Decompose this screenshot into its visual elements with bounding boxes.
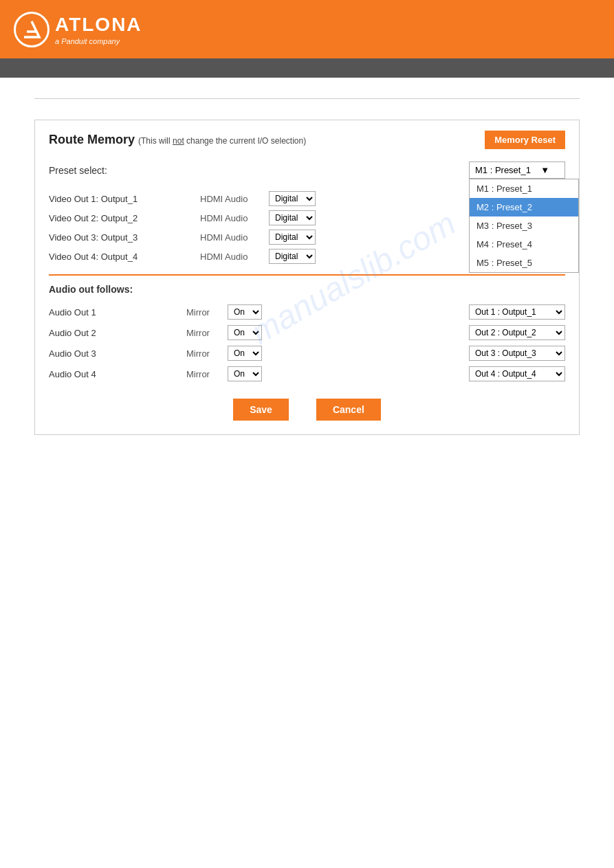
preset-option-m2[interactable]: M2 : Preset_2 [470, 198, 578, 216]
preset-select-box[interactable]: M1 : Preset_1 ▼ [469, 162, 565, 179]
audio-out-1-mirror-select[interactable]: On Off [228, 304, 262, 320]
video-out-3-label: Video Out 3: Output_3 [49, 232, 200, 243]
top-divider [34, 98, 580, 99]
audio-out-4-mirror-select[interactable]: On Off [228, 366, 262, 381]
audio-out-3-label: Audio Out 3 [49, 348, 186, 359]
orange-divider [49, 274, 565, 276]
audio-out-4-output-select[interactable]: Out 1 : Output_1 Out 2 : Output_2 Out 3 … [469, 366, 565, 381]
panel-title: Route Memory (This will not change the c… [49, 133, 306, 147]
video-out-1-audio-label: HDMI Audio [200, 194, 269, 204]
video-out-1-audio-select[interactable]: Digital Analog [269, 191, 316, 206]
video-out-2-label: Video Out 2: Output_2 [49, 213, 200, 223]
audio-row-4: Audio Out 4 Mirror On Off Out 1 : Output… [49, 366, 565, 381]
audio-out-4-label: Audio Out 4 [49, 369, 186, 379]
header: ATLONA a Panduit company [0, 0, 614, 58]
logo: ATLONA a Panduit company [14, 12, 142, 47]
audio-section: Audio out follows: Audio Out 1 Mirror On… [49, 284, 565, 381]
audio-out-2-label: Audio Out 2 [49, 328, 186, 338]
audio-row-2: Audio Out 2 Mirror On Off Out 1 : Output… [49, 325, 565, 340]
video-out-3-audio-select[interactable]: Digital Analog [269, 230, 316, 245]
audio-out-2-mirror-label: Mirror [186, 328, 228, 338]
cancel-button[interactable]: Cancel [316, 399, 381, 421]
panel-note-after: change the current I/O selection) [184, 136, 306, 146]
audio-out-3-mirror-label: Mirror [186, 348, 228, 359]
audio-row-3: Audio Out 3 Mirror On Off Out 1 : Output… [49, 346, 565, 361]
preset-option-m3[interactable]: M3 : Preset_3 [470, 216, 578, 235]
panel-note-before: (This will [138, 136, 173, 146]
panel-header: Route Memory (This will not change the c… [49, 131, 565, 149]
panel-note-underline: not [173, 136, 184, 146]
panel-title-text: Route Memory [49, 133, 135, 146]
main-content: manualslib.com Route Memory (This will n… [0, 120, 614, 435]
audio-out-1-label: Audio Out 1 [49, 307, 186, 318]
video-out-1-label: Video Out 1: Output_1 [49, 194, 200, 204]
preset-dropdown: M1 : Preset_1 M2 : Preset_2 M3 : Preset_… [469, 179, 579, 273]
save-button[interactable]: Save [233, 399, 289, 421]
video-out-3-audio-label: HDMI Audio [200, 232, 269, 243]
route-memory-panel: manualslib.com Route Memory (This will n… [34, 120, 580, 435]
audio-out-2-mirror-select[interactable]: On Off [228, 325, 262, 340]
logo-circle [14, 12, 50, 47]
dropdown-arrow-icon: ▼ [540, 165, 549, 175]
audio-row-1: Audio Out 1 Mirror On Off Out 1 : Output… [49, 304, 565, 320]
preset-select-container: M1 : Preset_1 ▼ M1 : Preset_1 M2 : Prese… [469, 162, 565, 179]
audio-out-1-mirror-label: Mirror [186, 307, 228, 318]
video-out-4-audio-label: HDMI Audio [200, 252, 269, 262]
audio-out-1-output-select[interactable]: Out 1 : Output_1 Out 2 : Output_2 Out 3 … [469, 304, 565, 320]
audio-out-3-mirror-select[interactable]: On Off [228, 346, 262, 361]
nav-bar [0, 58, 614, 78]
audio-out-2-output-select[interactable]: Out 1 : Output_1 Out 2 : Output_2 Out 3 … [469, 325, 565, 340]
preset-option-m4[interactable]: M4 : Preset_4 [470, 235, 578, 254]
brand-sub-text: a Panduit company [55, 37, 120, 45]
audio-out-3-output-select[interactable]: Out 1 : Output_1 Out 2 : Output_2 Out 3 … [469, 346, 565, 361]
video-out-2-audio-label: HDMI Audio [200, 213, 269, 223]
action-buttons: Save Cancel [49, 399, 565, 421]
brand-sub: a Panduit company [55, 37, 142, 45]
audio-section-title: Audio out follows: [49, 284, 565, 295]
preset-option-m5[interactable]: M5 : Preset_5 [470, 254, 578, 272]
brand-text-container: ATLONA a Panduit company [55, 14, 142, 45]
preset-current-value: M1 : Preset_1 [475, 165, 531, 175]
video-out-4-audio-select[interactable]: Digital Analog [269, 249, 316, 264]
panel-note: (This will not change the current I/O se… [138, 136, 306, 146]
preset-option-m1[interactable]: M1 : Preset_1 [470, 179, 578, 198]
preset-row: Preset select: M1 : Preset_1 ▼ M1 : Pres… [49, 162, 565, 179]
memory-reset-button[interactable]: Memory Reset [485, 131, 565, 149]
preset-label: Preset select: [49, 165, 131, 176]
video-out-4-label: Video Out 4: Output_4 [49, 252, 200, 262]
audio-out-4-mirror-label: Mirror [186, 369, 228, 379]
video-out-2-audio-select[interactable]: Digital Analog [269, 210, 316, 225]
atlona-logo-icon [20, 18, 43, 41]
brand-name: ATLONA [55, 14, 142, 35]
